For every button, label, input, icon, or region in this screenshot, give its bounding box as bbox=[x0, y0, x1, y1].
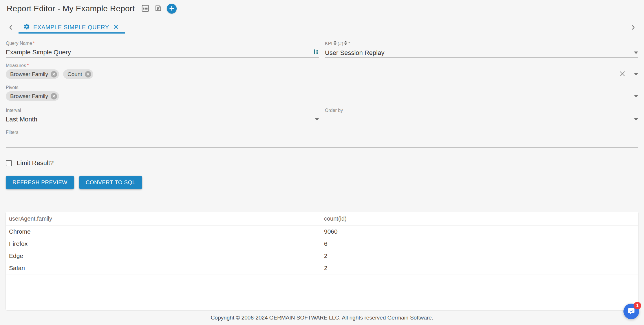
list-icon bbox=[141, 4, 150, 14]
cell-count: 6 bbox=[324, 238, 638, 250]
order-by-label: Order by bbox=[325, 108, 638, 113]
preview-table: userAgent.family count(id) Chrome 9060 F… bbox=[6, 212, 638, 274]
header-toolbar bbox=[141, 4, 177, 14]
refresh-preview-button[interactable]: REFRESH PREVIEW bbox=[6, 176, 74, 189]
measures-field: Measures* Browser Family Count bbox=[6, 63, 638, 80]
filters-field: Filters bbox=[6, 130, 638, 148]
table-header-row: userAgent.family count(id) bbox=[6, 212, 638, 226]
sort-arrows-icon[interactable] bbox=[333, 40, 337, 47]
report-list-button[interactable] bbox=[141, 4, 150, 14]
order-by-field: Order by bbox=[325, 108, 638, 124]
cell-count: 2 bbox=[324, 262, 638, 274]
caret-down-icon bbox=[634, 94, 638, 98]
kpi-label: KPI (#) * bbox=[325, 40, 638, 47]
caret-down-icon bbox=[634, 51, 638, 55]
sort-arrows-icon[interactable] bbox=[344, 40, 347, 47]
query-form: Query Name* Example Simple Query bbox=[0, 34, 644, 189]
close-icon bbox=[114, 24, 118, 30]
column-header-count-id: count(id) bbox=[324, 212, 638, 226]
chip-remove-icon[interactable] bbox=[85, 71, 91, 77]
caret-down-icon bbox=[315, 117, 319, 121]
table-row: Firefox 6 bbox=[6, 238, 638, 250]
filters-label: Filters bbox=[6, 130, 638, 135]
table-row: Edge 2 bbox=[6, 250, 638, 262]
chip-label: Count bbox=[67, 71, 82, 77]
chip-browser-family[interactable]: Browser Family bbox=[6, 91, 59, 101]
app-header: Report Editor - My Example Report bbox=[0, 0, 644, 14]
limit-result-label: Limit Result? bbox=[17, 159, 54, 167]
chevron-left-icon bbox=[8, 25, 14, 31]
kpi-select[interactable]: User Session Replay bbox=[325, 49, 630, 57]
chip-count[interactable]: Count bbox=[63, 69, 93, 79]
report-editor-page: Report Editor - My Example Report bbox=[0, 0, 644, 325]
chip-remove-icon[interactable] bbox=[51, 71, 57, 77]
cell-family: Safari bbox=[6, 262, 324, 274]
order-by-dropdown-button[interactable] bbox=[634, 117, 638, 121]
query-name-adornment-button[interactable] bbox=[313, 49, 319, 56]
query-name-input[interactable]: Example Simple Query bbox=[6, 49, 309, 56]
measures-label: Measures* bbox=[6, 63, 638, 69]
preview-table-panel: userAgent.family count(id) Chrome 9060 F… bbox=[6, 212, 638, 311]
cell-count: 2 bbox=[324, 250, 638, 262]
tab-close-button[interactable] bbox=[114, 24, 118, 30]
bars-icon bbox=[313, 49, 319, 56]
tabs-next-button[interactable] bbox=[627, 23, 639, 33]
copyright-text: Copyright © 2006-2024 GERMAIN SOFTWARE L… bbox=[211, 315, 433, 321]
chat-unread-badge: 1 bbox=[634, 302, 641, 309]
save-icon bbox=[154, 4, 162, 13]
caret-down-icon bbox=[634, 72, 638, 76]
tab-label: EXAMPLE SIMPLE QUERY bbox=[33, 24, 109, 31]
tab-example-simple-query[interactable]: EXAMPLE SIMPLE QUERY bbox=[19, 22, 125, 34]
page-footer: Copyright © 2006-2024 GERMAIN SOFTWARE L… bbox=[0, 311, 644, 325]
cell-family: Chrome bbox=[6, 226, 324, 238]
tabs-prev-button[interactable] bbox=[5, 23, 17, 33]
required-asterisk: * bbox=[33, 40, 35, 46]
form-actions: REFRESH PREVIEW CONVERT TO SQL bbox=[6, 176, 638, 189]
chip-label: Browser Family bbox=[10, 93, 48, 99]
measures-dropdown-button[interactable] bbox=[634, 72, 638, 76]
plus-icon bbox=[168, 5, 175, 13]
interval-dropdown-button[interactable] bbox=[315, 117, 319, 121]
measures-clear-button[interactable] bbox=[619, 71, 626, 78]
interval-field: Interval Last Month bbox=[6, 108, 319, 124]
chip-remove-icon[interactable] bbox=[51, 93, 57, 99]
limit-result-checkbox[interactable] bbox=[6, 160, 12, 166]
pivots-dropdown-button[interactable] bbox=[634, 94, 638, 98]
required-asterisk: * bbox=[27, 63, 29, 69]
chip-browser-family[interactable]: Browser Family bbox=[6, 69, 59, 79]
cell-family: Firefox bbox=[6, 238, 324, 250]
kpi-field: KPI (#) * User Session Rep bbox=[325, 40, 638, 58]
column-header-useragent-family: userAgent.family bbox=[6, 212, 324, 226]
limit-result-row[interactable]: Limit Result? bbox=[6, 159, 638, 167]
convert-to-sql-button[interactable]: CONVERT TO SQL bbox=[79, 176, 142, 189]
caret-down-icon bbox=[634, 117, 638, 121]
support-chat-launcher[interactable]: 1 bbox=[623, 304, 639, 319]
query-name-label: Query Name* bbox=[6, 40, 319, 46]
kpi-dropdown-button[interactable] bbox=[634, 51, 638, 55]
add-query-button[interactable] bbox=[167, 4, 177, 14]
pivots-field: Pivots Browser Family bbox=[6, 85, 638, 102]
interval-select[interactable]: Last Month bbox=[6, 116, 311, 123]
save-report-button[interactable] bbox=[154, 4, 162, 13]
cell-count: 9060 bbox=[324, 226, 638, 238]
page-title: Report Editor - My Example Report bbox=[7, 3, 135, 14]
cell-family: Edge bbox=[6, 250, 324, 262]
table-row: Safari 2 bbox=[6, 262, 638, 274]
gear-icon[interactable] bbox=[23, 23, 30, 31]
query-name-field: Query Name* Example Simple Query bbox=[6, 40, 319, 58]
interval-label: Interval bbox=[6, 108, 319, 113]
pivots-label: Pivots bbox=[6, 85, 638, 91]
chevron-right-icon bbox=[630, 25, 636, 31]
clear-icon bbox=[619, 71, 626, 78]
chip-label: Browser Family bbox=[10, 71, 48, 77]
query-tabstrip: EXAMPLE SIMPLE QUERY bbox=[0, 22, 644, 34]
table-row: Chrome 9060 bbox=[6, 226, 638, 238]
